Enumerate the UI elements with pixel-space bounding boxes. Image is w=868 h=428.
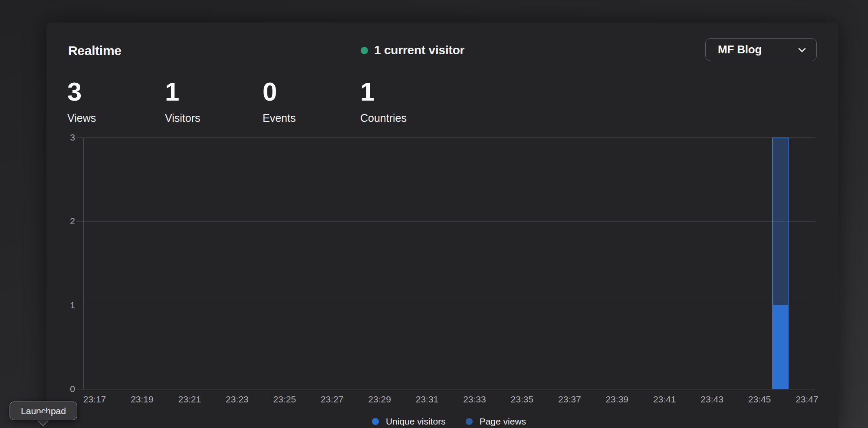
- site-selector-dropdown[interactable]: MF Blog: [705, 38, 817, 61]
- y-axis-tick-label: 0: [58, 384, 75, 394]
- x-axis-tick-label: 23:23: [215, 394, 259, 405]
- x-axis-tick-label: 23:21: [168, 394, 211, 405]
- x-axis-tick-label: 23:47: [785, 394, 829, 405]
- x-axis-tick-label: 23:17: [73, 394, 116, 405]
- site-selector-value: MF Blog: [718, 43, 762, 56]
- x-axis-tick-label: 23:39: [595, 394, 639, 405]
- chevron-down-icon: [797, 45, 807, 55]
- x-axis-tick-label: 23:35: [500, 394, 544, 405]
- current-visitor-indicator: 1 current visitor: [361, 43, 464, 57]
- gridline-y-3: [76, 137, 815, 138]
- x-axis-tick-label: 23:43: [690, 394, 734, 405]
- legend-dot-icon: [466, 418, 473, 425]
- stat-visitors: 1 Visitors: [165, 79, 256, 124]
- stat-events: 0 Events: [263, 79, 354, 124]
- legend-label: Unique visitors: [386, 416, 446, 427]
- legend-item: Unique visitors: [372, 416, 446, 427]
- stat-events-label: Events: [263, 112, 354, 124]
- gridline-y-2: [76, 221, 815, 222]
- y-axis-line: [83, 137, 84, 389]
- gridline-y-1: [76, 305, 815, 305]
- x-axis-tick-label: 23:19: [120, 394, 164, 405]
- online-status-dot-icon: [361, 47, 368, 54]
- x-axis-tick-label: 23:37: [548, 394, 591, 405]
- legend-label: Page views: [480, 416, 526, 427]
- current-visitor-count: 1 current visitor: [374, 43, 464, 57]
- stat-views: 3 Views: [67, 79, 158, 124]
- realtime-analytics-panel: Realtime 1 current visitor MF Blog 3 Vie…: [46, 23, 838, 428]
- stat-countries-label: Countries: [360, 112, 451, 124]
- chart-legend: Unique visitorsPage views: [83, 416, 815, 427]
- x-axis-tick-label: 23:45: [738, 394, 781, 405]
- y-axis-tick-label: 3: [58, 132, 75, 143]
- dock-tooltip-arrow-mask: [37, 413, 49, 419]
- stat-views-value: 3: [67, 79, 158, 105]
- bar-unique-visitors[interactable]: [772, 305, 789, 389]
- stat-views-label: Views: [67, 112, 158, 124]
- y-axis-tick-label: 2: [58, 216, 75, 226]
- stat-visitors-label: Visitors: [165, 112, 256, 124]
- x-axis-tick-label: 23:29: [358, 394, 401, 405]
- x-axis-tick-label: 23:41: [643, 394, 686, 405]
- legend-dot-icon: [372, 418, 379, 425]
- stat-countries-value: 1: [360, 79, 451, 105]
- y-axis-tick-label: 1: [58, 300, 75, 310]
- gridline-y-0: [76, 389, 815, 390]
- x-axis-tick-label: 23:33: [453, 394, 496, 405]
- x-axis-tick-label: 23:25: [263, 394, 306, 405]
- legend-item: Page views: [466, 416, 526, 427]
- stat-events-value: 0: [263, 79, 354, 105]
- stat-visitors-value: 1: [165, 79, 256, 105]
- x-axis-tick-label: 23:31: [405, 394, 449, 405]
- x-axis-tick-label: 23:27: [310, 394, 354, 405]
- page-title: Realtime: [68, 43, 122, 58]
- stat-countries: 1 Countries: [360, 79, 451, 124]
